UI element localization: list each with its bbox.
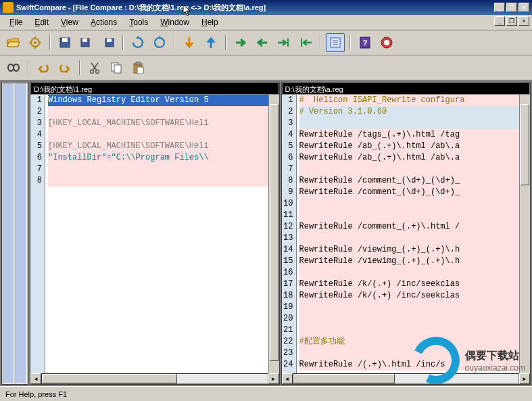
svg-text:?: ? [363,39,368,47]
maximize-button[interactable]: □ [506,3,517,12]
separator [28,60,29,75]
next-diff-button[interactable] [180,33,199,52]
right-pane-path: D:\我的文档\a.reg [282,82,531,95]
settings-button[interactable] [26,33,45,52]
svg-point-28 [96,70,99,74]
menu-tools[interactable]: Tools [124,16,153,28]
save-left-button[interactable] [77,33,96,52]
menu-actions[interactable]: Actions [85,16,122,28]
copy-button[interactable] [107,58,126,77]
copy-to-left-button[interactable] [253,33,272,52]
workspace: D:\我的文档\1.reg 1 2 3 4 5 6 7 8 Windows Re… [0,80,532,386]
left-pane: D:\我的文档\1.reg 1 2 3 4 5 6 7 8 Windows Re… [30,82,280,385]
statusbar: For Help, press F1 [0,386,532,401]
menu-file[interactable]: File [4,16,28,28]
svg-point-21 [384,40,389,45]
right-vscroll[interactable] [519,95,530,373]
app-icon [3,2,14,13]
titlebar-text: SwiftCompare - [File Compare : D:\我的文档\1… [16,3,494,13]
right-code[interactable]: # Helicon ISAPI_Rewrite configura # Vers… [297,95,520,373]
separator [79,60,80,75]
overview-right [16,83,27,383]
find-button[interactable] [4,58,23,77]
prev-diff-button[interactable] [201,33,220,52]
svg-rect-33 [137,67,143,74]
scroll-right-icon[interactable]: ► [268,373,279,384]
view-mode-button[interactable] [326,33,345,52]
copy-to-right-button[interactable] [231,33,250,52]
menu-help[interactable]: Help [196,16,224,28]
separator [225,35,226,50]
paste-button[interactable] [128,58,147,77]
menu-window[interactable]: Window [155,16,195,28]
help-button[interactable]: ? [356,33,374,52]
right-gutter: 1 2 3 4 5 6 7 8 9 10 11 12 13 14 15 16 1… [282,95,297,373]
svg-rect-11 [107,39,112,42]
undo-button[interactable] [34,58,53,77]
menu-view[interactable]: View [55,16,84,28]
svg-point-23 [14,64,19,71]
separator [174,35,175,50]
scroll-left-icon[interactable]: ◄ [30,373,41,384]
about-button[interactable] [377,33,396,52]
mdi-close-button[interactable]: × [518,16,529,26]
right-hscroll[interactable]: ◄ ► [282,373,531,384]
svg-point-27 [91,70,94,74]
mdi-minimize-button[interactable]: _ [494,16,505,26]
separator [122,35,124,50]
overview-strip[interactable] [1,82,28,385]
titlebar: SwiftCompare - [File Compare : D:\我的文档\1… [0,0,532,15]
left-vscroll[interactable] [268,95,279,373]
separator [49,35,51,50]
left-code[interactable]: Windows Registry Editor Version 5 [HKEY_… [45,95,268,373]
left-gutter: 1 2 3 4 5 6 7 8 [30,95,45,373]
svg-point-1 [34,41,37,44]
toolbar-main: ? [0,30,532,55]
refresh-all-button[interactable] [150,33,169,52]
mdi-restore-button[interactable]: ❐ [506,16,517,26]
redo-button[interactable] [55,58,74,77]
minimize-button[interactable]: _ [494,3,505,12]
menu-edit[interactable]: Edit [29,16,54,28]
toolbar-edit [0,55,532,80]
refresh-button[interactable] [128,33,147,52]
copy-all-right-button[interactable] [274,33,293,52]
open-button[interactable] [4,33,23,52]
svg-rect-30 [114,65,121,73]
scroll-right-icon[interactable]: ► [519,373,530,384]
save-all-button[interactable] [55,33,74,52]
left-pane-path: D:\我的文档\1.reg [30,82,279,95]
separator [320,35,321,50]
status-text: For Help, press F1 [5,390,67,398]
svg-rect-32 [136,62,140,65]
svg-point-22 [8,64,14,71]
overview-left [3,83,14,383]
left-hscroll[interactable]: ◄ ► [30,373,279,384]
save-right-button[interactable] [99,33,118,52]
right-pane: D:\我的文档\a.reg 1 2 3 4 5 6 7 8 9 10 11 12… [281,82,531,385]
cut-button[interactable] [85,58,104,77]
svg-rect-7 [62,38,68,42]
menubar: File Edit View Actions Tools Window Help… [0,15,532,30]
scroll-left-icon[interactable]: ◄ [282,373,293,384]
separator [349,35,351,50]
svg-rect-9 [82,39,87,42]
copy-all-left-button[interactable] [296,33,315,52]
close-button[interactable]: × [518,3,529,12]
